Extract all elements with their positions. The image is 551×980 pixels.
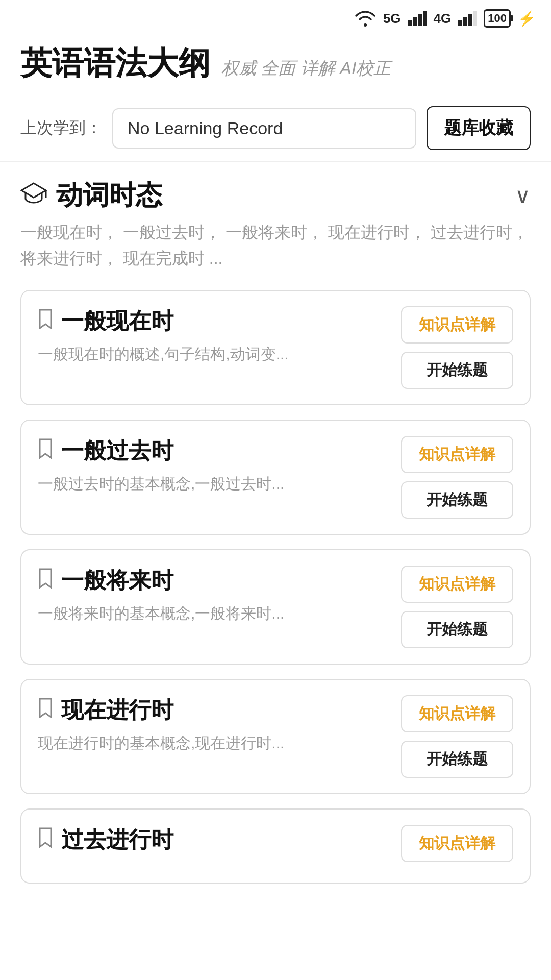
- topic-card: 一般将来时 一般将来时的基本概念,一般将来时... 知识点详解 开始练题: [20, 549, 531, 665]
- category-title: 动词时态: [56, 178, 162, 213]
- signal-4g: 4G: [434, 11, 452, 27]
- topic-desc-3: 一般将来时的基本概念,一般将来时...: [38, 602, 389, 625]
- category-description: 一般现在时， 一般过去时， 一般将来时， 现在进行时， 过去进行时， 将来进行时…: [20, 219, 531, 272]
- knowledge-btn-2[interactable]: 知识点详解: [401, 436, 513, 473]
- page-subtitle: 权威 全面 详解 AI校正: [221, 57, 391, 80]
- knowledge-btn-1[interactable]: 知识点详解: [401, 306, 513, 344]
- topic-card: 一般现在时 一般现在时的概述,句子结构,动词变... 知识点详解 开始练题: [20, 290, 531, 405]
- topic-desc-2: 一般过去时的基本概念,一般过去时...: [38, 472, 389, 495]
- bookmark-icon-4: [38, 698, 53, 723]
- svg-rect-3: [423, 11, 427, 26]
- topic-actions-3: 知识点详解 开始练题: [401, 566, 513, 648]
- knowledge-btn-5[interactable]: 知识点详解: [401, 825, 513, 862]
- category-header: 动词时态 ∨: [20, 178, 531, 213]
- topic-content-3: 一般将来时 一般将来时的基本概念,一般将来时...: [38, 566, 389, 625]
- svg-rect-2: [418, 14, 422, 26]
- practice-btn-1[interactable]: 开始练题: [401, 352, 513, 389]
- main-section: 动词时态 ∨ 一般现在时， 一般过去时， 一般将来时， 现在进行时， 过去进行时…: [0, 178, 551, 884]
- svg-rect-4: [458, 20, 462, 26]
- topic-desc-4: 现在进行时的基本概念,现在进行时...: [38, 731, 389, 754]
- battery-indicator: 100: [484, 9, 511, 28]
- topic-card: 一般过去时 一般过去时的基本概念,一般过去时... 知识点详解 开始练题: [20, 420, 531, 535]
- signal-bars-icon: [408, 11, 427, 26]
- collection-button[interactable]: 题库收藏: [427, 106, 531, 150]
- svg-rect-7: [473, 11, 477, 26]
- topic-actions-5: 知识点详解: [401, 825, 513, 862]
- battery-level: 100: [488, 12, 507, 25]
- signal-bars2-icon: [458, 11, 477, 26]
- topic-content-5: 过去进行时: [38, 825, 389, 861]
- svg-rect-1: [413, 17, 417, 26]
- category-title-row: 动词时态: [20, 178, 162, 213]
- practice-btn-2[interactable]: 开始练题: [401, 481, 513, 519]
- knowledge-btn-3[interactable]: 知识点详解: [401, 566, 513, 603]
- learning-record-row: 上次学到： No Learning Record 题库收藏: [0, 97, 551, 161]
- status-bar: 5G 4G 100 ⚡: [0, 0, 551, 32]
- last-studied-label: 上次学到：: [20, 117, 102, 139]
- topic-content-2: 一般过去时 一般过去时的基本概念,一般过去时...: [38, 436, 389, 495]
- practice-btn-3[interactable]: 开始练题: [401, 611, 513, 648]
- category-icon: [20, 181, 47, 210]
- bookmark-icon-2: [38, 438, 53, 463]
- topic-title-4: 现在进行时: [61, 695, 173, 725]
- knowledge-btn-4[interactable]: 知识点详解: [401, 695, 513, 732]
- bolt-icon: ⚡: [518, 10, 536, 27]
- svg-rect-5: [463, 17, 467, 26]
- topic-title-1: 一般现在时: [61, 306, 173, 336]
- bookmark-icon-5: [38, 827, 53, 852]
- topic-content-4: 现在进行时 现在进行时的基本概念,现在进行时...: [38, 695, 389, 754]
- header: 英语语法大纲 权威 全面 详解 AI校正: [0, 32, 551, 97]
- topic-title-3: 一般将来时: [61, 566, 173, 596]
- svg-rect-6: [468, 14, 472, 26]
- page-title: 英语语法大纲: [20, 42, 210, 85]
- topic-actions-1: 知识点详解 开始练题: [401, 306, 513, 389]
- bookmark-icon-3: [38, 568, 53, 593]
- topic-card: 过去进行时 知识点详解: [20, 808, 531, 884]
- last-studied-value: No Learning Record: [112, 108, 416, 149]
- svg-rect-0: [408, 20, 412, 26]
- wifi-icon: [355, 10, 376, 27]
- topic-actions-2: 知识点详解 开始练题: [401, 436, 513, 519]
- section-divider: [0, 161, 551, 162]
- chevron-down-icon[interactable]: ∨: [515, 183, 531, 208]
- topic-title-2: 一般过去时: [61, 436, 173, 466]
- topic-content-1: 一般现在时 一般现在时的概述,句子结构,动词变...: [38, 306, 389, 365]
- practice-btn-4[interactable]: 开始练题: [401, 741, 513, 778]
- topic-actions-4: 知识点详解 开始练题: [401, 695, 513, 778]
- topic-card: 现在进行时 现在进行时的基本概念,现在进行时... 知识点详解 开始练题: [20, 679, 531, 794]
- signal-5g: 5G: [383, 11, 401, 27]
- topic-title-5: 过去进行时: [61, 825, 173, 855]
- topic-desc-1: 一般现在时的概述,句子结构,动词变...: [38, 342, 389, 365]
- bookmark-icon-1: [38, 309, 53, 334]
- status-icons: 5G 4G 100 ⚡: [355, 9, 536, 28]
